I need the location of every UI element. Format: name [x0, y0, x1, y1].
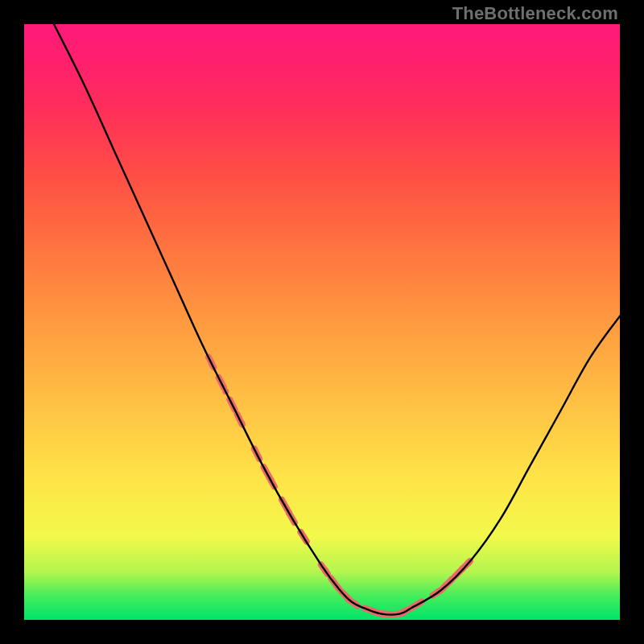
- plot-area: [24, 24, 620, 620]
- chart-frame: TheBottleneck.com: [0, 0, 644, 644]
- highlight-layer: [208, 357, 471, 617]
- bottleneck-curve: [54, 24, 620, 615]
- curve-layer: [24, 24, 620, 620]
- watermark-text: TheBottleneck.com: [452, 3, 618, 24]
